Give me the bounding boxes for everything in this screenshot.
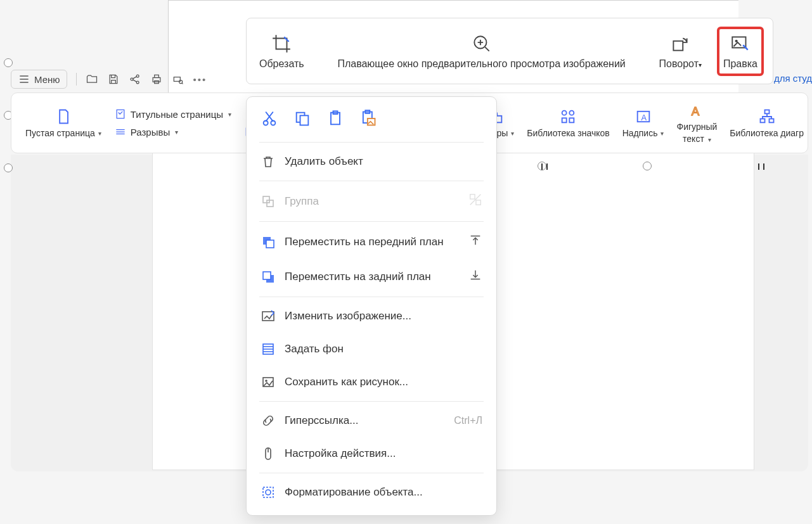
rotate-label: Поворот bbox=[659, 58, 699, 69]
ungroup-icon bbox=[468, 193, 482, 210]
svg-rect-45 bbox=[262, 312, 274, 321]
blank-page-label: Пустая страница bbox=[25, 128, 95, 138]
svg-rect-23 bbox=[769, 119, 773, 123]
save-icon[interactable] bbox=[107, 73, 120, 86]
diagram-icon bbox=[758, 108, 776, 125]
svg-rect-3 bbox=[153, 78, 160, 82]
menu-item-action-settings[interactable]: Настройка действия... bbox=[247, 437, 496, 470]
print-icon[interactable] bbox=[150, 73, 163, 86]
diagram-library-button[interactable]: Библиотека диагр bbox=[726, 108, 808, 138]
svg-rect-44 bbox=[263, 272, 271, 279]
svg-point-48 bbox=[265, 380, 267, 382]
mouse-icon bbox=[261, 446, 276, 461]
menu-item-send-to-back[interactable]: Переместить на задний план bbox=[247, 259, 496, 294]
rotate-button[interactable]: Поворот▾ bbox=[655, 29, 706, 73]
align-top-icon[interactable] bbox=[468, 233, 482, 250]
menu-item-bring-to-front[interactable]: Переместить на передний план bbox=[247, 224, 496, 259]
format-object-icon bbox=[261, 485, 276, 500]
svg-point-0 bbox=[131, 78, 133, 80]
svg-rect-42 bbox=[266, 240, 274, 248]
menu-label: Изменить изображение... bbox=[285, 310, 411, 323]
blank-page-button[interactable]: Пустая страница▾ bbox=[22, 108, 105, 138]
change-image-icon bbox=[261, 309, 276, 324]
svg-rect-21 bbox=[764, 110, 769, 114]
open-folder-icon[interactable] bbox=[86, 73, 98, 86]
word-art-button[interactable]: A Фигурныйтекст ▾ bbox=[673, 102, 721, 144]
svg-rect-38 bbox=[267, 200, 273, 207]
crop-button[interactable]: Обрезать bbox=[255, 29, 308, 73]
trash-icon bbox=[261, 154, 276, 169]
paste-icon[interactable] bbox=[326, 110, 344, 129]
bring-front-icon bbox=[261, 234, 276, 250]
svg-text:A: A bbox=[692, 105, 700, 118]
menu-item-set-background[interactable]: Задать фон bbox=[247, 333, 496, 366]
svg-point-51 bbox=[266, 490, 271, 495]
image-context-menu: Удалить объект Группа Переместить на пер… bbox=[246, 96, 497, 516]
svg-rect-25 bbox=[674, 41, 683, 50]
icon-library-label: Библиотека значков bbox=[527, 128, 609, 138]
selection-handle[interactable] bbox=[4, 163, 13, 172]
share-icon[interactable] bbox=[129, 73, 141, 86]
svg-rect-22 bbox=[760, 119, 764, 123]
menu-label: Переместить на задний план bbox=[285, 271, 431, 283]
breaks-label: Разрывы bbox=[131, 127, 170, 137]
svg-rect-4 bbox=[154, 75, 158, 77]
svg-rect-17 bbox=[570, 118, 574, 122]
edit-button[interactable]: Правка bbox=[717, 27, 764, 76]
menu-item-group: Группа bbox=[247, 184, 496, 219]
wordart-icon: A bbox=[688, 102, 706, 120]
print-preview-icon[interactable] bbox=[172, 73, 184, 86]
text-box-button[interactable]: A Надпись▾ bbox=[619, 108, 668, 138]
diagram-label: Библиотека диагр bbox=[730, 128, 804, 138]
edit-label: Правка bbox=[723, 58, 757, 70]
quick-access-toolbar: Меню ••• bbox=[11, 67, 207, 91]
magnify-plus-icon bbox=[471, 33, 493, 54]
menu-label: Сохранить как рисунок... bbox=[285, 376, 408, 388]
selection-handle[interactable] bbox=[4, 58, 13, 67]
group-icon bbox=[261, 194, 276, 209]
hamburger-icon bbox=[18, 73, 30, 86]
svg-point-1 bbox=[136, 75, 139, 77]
crop-mark bbox=[539, 158, 551, 171]
paste-as-image-icon[interactable] bbox=[359, 110, 377, 129]
icon-library-icon bbox=[559, 108, 577, 125]
selection-handle[interactable] bbox=[643, 162, 652, 170]
title-pages-button[interactable]: Титульные страницы▾ bbox=[114, 108, 231, 120]
menu-item-delete-object[interactable]: Удалить объект bbox=[247, 145, 496, 178]
crop-icon bbox=[271, 33, 292, 54]
menu-label: Удалить объект bbox=[285, 155, 363, 168]
rotate-icon bbox=[669, 33, 691, 54]
menu-item-save-as-picture[interactable]: Сохранить как рисунок... bbox=[247, 366, 496, 399]
textbox-icon: A bbox=[635, 108, 652, 125]
menu-item-hyperlink[interactable]: Гиперссылка... Ctrl+Л bbox=[247, 404, 496, 437]
page-options-column: Титульные страницы▾ Разрывы▾ bbox=[110, 108, 235, 138]
menu-button[interactable]: Меню bbox=[11, 70, 67, 89]
page-break-icon bbox=[114, 125, 127, 138]
svg-rect-31 bbox=[300, 115, 309, 125]
cut-icon[interactable] bbox=[261, 110, 278, 129]
wordart-label-1: Фигурный bbox=[676, 122, 717, 132]
preview-popup-button[interactable]: Плавающее окно предварительного просмотр… bbox=[319, 29, 644, 73]
image-floating-toolbar: Обрезать Плавающее окно предварительного… bbox=[246, 18, 773, 84]
save-picture-icon bbox=[261, 374, 276, 390]
title-pages-label: Титульные страницы bbox=[131, 109, 223, 120]
menu-label: Форматирование объекта... bbox=[285, 486, 423, 499]
shortcut-label: Ctrl+Л bbox=[454, 415, 482, 426]
crop-mark bbox=[756, 158, 768, 171]
more-icon[interactable]: ••• bbox=[193, 74, 207, 85]
copy-icon[interactable] bbox=[293, 110, 311, 129]
crop-label: Обрезать bbox=[259, 58, 304, 70]
wordart-label-2: текст bbox=[683, 134, 704, 144]
menu-label: Переместить на передний план bbox=[285, 236, 444, 248]
menu-item-change-image[interactable]: Изменить изображение... bbox=[247, 300, 496, 333]
menu-label: Гиперссылка... bbox=[285, 414, 358, 427]
menu-label: Меню bbox=[34, 74, 60, 85]
svg-rect-50 bbox=[263, 487, 273, 497]
textbox-label: Надпись bbox=[622, 128, 658, 138]
svg-point-15 bbox=[570, 111, 574, 115]
menu-item-format-object[interactable]: Форматирование объекта... bbox=[247, 476, 496, 509]
menu-label: Настройка действия... bbox=[285, 447, 396, 460]
breaks-button[interactable]: Разрывы▾ bbox=[114, 125, 231, 138]
align-bottom-icon[interactable] bbox=[468, 268, 482, 285]
icon-library-button[interactable]: Библиотека значков bbox=[523, 108, 613, 138]
